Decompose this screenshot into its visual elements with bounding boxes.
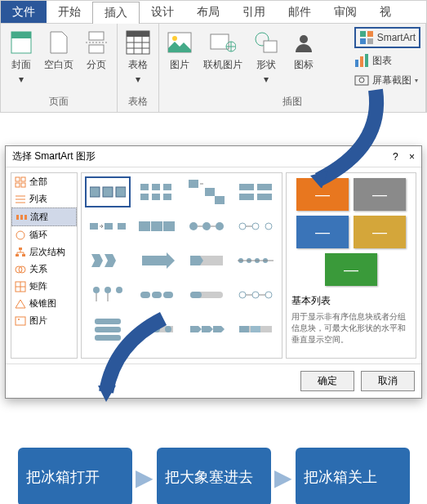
gallery-item[interactable] — [233, 279, 278, 310]
chart-label: 图表 — [372, 54, 392, 68]
svg-point-75 — [265, 223, 272, 230]
gallery-item[interactable] — [134, 279, 180, 310]
svg-rect-22 — [355, 60, 358, 67]
relationship-icon — [15, 264, 26, 275]
svg-rect-64 — [139, 221, 150, 231]
online-picture-button[interactable]: 联机图片 — [200, 29, 246, 72]
icons-button[interactable]: 图标 — [287, 29, 321, 72]
category-pyramid[interactable]: 棱锥图 — [11, 295, 77, 312]
page-break-icon — [86, 30, 107, 55]
svg-rect-58 — [257, 184, 272, 190]
ok-button[interactable]: 确定 — [300, 371, 354, 391]
category-process[interactable]: 流程 — [11, 207, 77, 226]
gallery-item[interactable] — [134, 245, 180, 276]
svg-rect-61 — [90, 223, 98, 230]
gallery-item[interactable] — [233, 211, 278, 242]
group-tables: 表格▾ 表格 — [118, 24, 159, 112]
online-picture-icon — [210, 32, 236, 53]
chart-button[interactable]: 图表 — [354, 53, 420, 68]
svg-point-69 — [202, 222, 211, 230]
blank-page-button[interactable]: 空白页 — [42, 29, 76, 72]
svg-rect-24 — [365, 54, 368, 67]
svg-rect-36 — [16, 254, 19, 256]
svg-point-83 — [93, 287, 100, 293]
tab-design[interactable]: 设计 — [140, 1, 185, 23]
picture-cat-icon — [15, 315, 26, 327]
table-button[interactable]: 表格▾ — [121, 29, 155, 85]
picture-button[interactable]: 图片 — [162, 29, 197, 72]
gallery-item[interactable] — [184, 314, 229, 345]
gallery-item[interactable] — [85, 211, 131, 242]
svg-rect-37 — [22, 254, 25, 256]
svg-point-84 — [105, 287, 111, 293]
tab-insert[interactable]: 插入 — [92, 2, 140, 24]
svg-rect-106 — [239, 326, 249, 332]
annotation-arrow-1 — [310, 82, 408, 188]
process-arrow-icon: ▶ — [136, 464, 153, 491]
svg-rect-2 — [89, 32, 104, 40]
svg-point-94 — [252, 292, 259, 298]
svg-rect-46 — [103, 187, 113, 197]
preview-description: 用于显示非有序信息块或者分组信息块，可最大化形状的水平和垂直显示空间。 — [291, 311, 411, 346]
tab-references[interactable]: 引用 — [231, 1, 277, 23]
svg-rect-50 — [163, 184, 171, 190]
shapes-button[interactable]: 形状▾ — [249, 29, 283, 85]
gallery-item[interactable] — [85, 245, 131, 276]
gallery-item[interactable] — [85, 176, 131, 207]
gallery-item[interactable] — [233, 176, 278, 207]
dialog-close-button[interactable]: × — [409, 151, 415, 163]
svg-rect-35 — [19, 248, 22, 250]
matrix-icon — [15, 281, 26, 292]
category-hierarchy[interactable]: 层次结构 — [11, 243, 77, 261]
gallery-item[interactable] — [233, 314, 278, 345]
all-icon — [15, 176, 26, 188]
svg-point-12 — [172, 36, 177, 41]
preview-tile: — — [354, 216, 406, 248]
tab-view[interactable]: 视 — [368, 1, 403, 23]
category-list: 全部 列表 流程 循环 层次结构 关系 矩阵 棱锥图 图片 — [11, 172, 78, 359]
group-label-pages: 页面 — [1, 93, 117, 112]
svg-rect-107 — [251, 326, 260, 332]
smartart-button[interactable]: SmartArt — [354, 27, 420, 48]
category-cycle[interactable]: 循环 — [11, 226, 77, 243]
tab-file[interactable]: 文件 — [1, 1, 47, 23]
tab-layout[interactable]: 布局 — [185, 1, 231, 23]
cancel-button[interactable]: 取消 — [361, 371, 415, 391]
gallery-item[interactable] — [85, 279, 131, 310]
svg-rect-88 — [140, 292, 150, 298]
dialog-title: 选择 SmartArt 图形 — [12, 149, 96, 163]
ribbon-tabs: 文件 开始 插入 设计 布局 引用 邮件 审阅 视 — [1, 1, 426, 24]
svg-rect-29 — [16, 183, 20, 187]
gallery-item[interactable] — [184, 245, 229, 276]
result-smartart: 把冰箱打开 ▶ 把大象塞进去 ▶ 把冰箱关上 — [0, 439, 427, 504]
svg-rect-62 — [105, 223, 113, 230]
icons-icon — [292, 31, 315, 54]
category-matrix[interactable]: 矩阵 — [11, 278, 77, 295]
svg-rect-45 — [90, 187, 100, 197]
gallery-item[interactable] — [134, 176, 180, 207]
svg-rect-65 — [151, 221, 162, 231]
preview-tile: — — [325, 253, 377, 286]
gallery-item[interactable] — [184, 211, 229, 242]
tab-mail[interactable]: 邮件 — [277, 1, 322, 23]
category-list[interactable]: 列表 — [11, 190, 77, 207]
gallery-item[interactable] — [134, 211, 180, 242]
category-all[interactable]: 全部 — [11, 173, 77, 190]
svg-point-74 — [252, 223, 259, 230]
gallery-item[interactable] — [233, 245, 278, 276]
gallery-item[interactable] — [184, 279, 229, 310]
tab-review[interactable]: 审阅 — [322, 1, 368, 23]
svg-rect-3 — [89, 45, 104, 53]
cover-page-button[interactable]: 封面▾ — [4, 29, 38, 85]
page-break-button[interactable]: 分页 — [79, 29, 113, 72]
category-relationship[interactable]: 关系 — [11, 261, 77, 278]
svg-point-44 — [18, 319, 20, 320]
svg-rect-89 — [152, 292, 162, 298]
gallery-item[interactable] — [184, 176, 229, 207]
table-icon — [126, 30, 150, 55]
svg-rect-28 — [21, 177, 25, 181]
category-picture[interactable]: 图片 — [11, 312, 77, 329]
svg-rect-54 — [189, 180, 198, 188]
tab-home[interactable]: 开始 — [47, 1, 92, 23]
svg-rect-55 — [205, 188, 215, 196]
